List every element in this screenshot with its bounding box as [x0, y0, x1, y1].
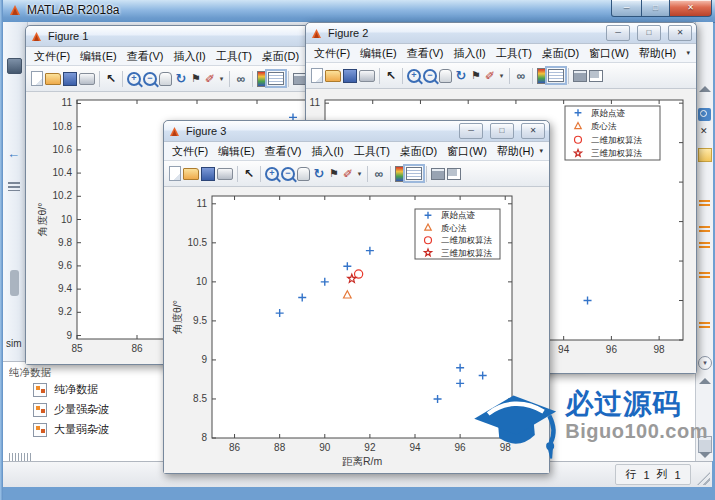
- menu-item[interactable]: 编辑(E): [213, 144, 260, 159]
- save-figure-icon[interactable]: [63, 72, 77, 86]
- rotate-3d-icon[interactable]: ↻: [312, 166, 326, 181]
- undock-icon[interactable]: [589, 70, 603, 82]
- print-figure-icon[interactable]: [359, 70, 375, 82]
- insert-colorbar-icon[interactable]: [257, 71, 266, 87]
- zoom-out-icon[interactable]: −: [143, 72, 157, 86]
- brush-dropdown-icon[interactable]: ▾: [356, 170, 363, 178]
- undock-icon[interactable]: [447, 168, 461, 180]
- edit-cursor-icon[interactable]: ↖: [242, 167, 256, 181]
- figure3-titlebar[interactable]: Figure 3 ─ □ ✕: [164, 121, 549, 142]
- menu-item[interactable]: 帮助(H): [634, 46, 681, 61]
- menu-item[interactable]: 窗口(W): [584, 46, 634, 61]
- pan-icon[interactable]: [297, 167, 310, 181]
- list-item[interactable]: 大量弱杂波: [33, 422, 109, 437]
- insert-legend-icon[interactable]: [268, 72, 284, 85]
- close-icon[interactable]: ✕: [700, 126, 708, 136]
- maximize-button[interactable]: □: [490, 123, 514, 139]
- zoom-in-icon[interactable]: +: [407, 69, 421, 83]
- scroll-up-icon[interactable]: [699, 378, 711, 384]
- menu-item[interactable]: 查看(V): [260, 144, 307, 159]
- link-plot-icon[interactable]: ∞: [372, 167, 386, 181]
- menu-item[interactable]: 窗口(W): [442, 144, 492, 159]
- pan-icon[interactable]: [159, 72, 172, 86]
- dock-figure-icon[interactable]: [431, 168, 445, 180]
- close-button[interactable]: ✕: [668, 25, 692, 41]
- code-warning-marker[interactable]: [699, 242, 710, 244]
- zoom-in-icon[interactable]: +: [127, 72, 141, 86]
- menu-item[interactable]: 编辑(E): [355, 46, 402, 61]
- menu-item[interactable]: 文件(F): [309, 46, 355, 61]
- scroll-up-icon[interactable]: [699, 86, 711, 92]
- list-item[interactable]: 纯净数据: [33, 382, 98, 397]
- toolstrip-icon[interactable]: [7, 58, 22, 74]
- close-button[interactable]: ✕: [669, 0, 712, 17]
- menu-item[interactable]: 文件(F): [29, 49, 75, 64]
- minimize-button[interactable]: ─: [611, 0, 642, 17]
- zoom-out-icon[interactable]: −: [281, 167, 295, 181]
- menu-item[interactable]: 帮助(H): [492, 144, 539, 159]
- open-file-icon[interactable]: [325, 70, 341, 82]
- scrollbar-thumb[interactable]: [10, 270, 19, 296]
- menu-overflow-icon[interactable]: ▾: [539, 147, 546, 155]
- menu-item[interactable]: 插入(I): [168, 49, 210, 64]
- zoom-out-icon[interactable]: −: [423, 69, 437, 83]
- link-plot-icon[interactable]: ∞: [234, 72, 248, 86]
- edit-cursor-icon[interactable]: ↖: [384, 69, 398, 83]
- figure2-titlebar[interactable]: Figure 2 ─ □ ✕: [306, 23, 696, 44]
- menu-item[interactable]: 工具(T): [491, 46, 537, 61]
- menu-item[interactable]: 桌面(D): [537, 46, 584, 61]
- code-warning-marker[interactable]: [699, 272, 710, 274]
- data-cursor-icon[interactable]: ⚑: [328, 167, 340, 180]
- bookmark-icon[interactable]: [698, 148, 712, 162]
- brush-dropdown-icon[interactable]: ▾: [218, 75, 225, 83]
- data-cursor-icon[interactable]: ⚑: [470, 69, 482, 82]
- edit-cursor-icon[interactable]: ↖: [104, 72, 118, 86]
- insert-legend-icon[interactable]: [548, 69, 564, 82]
- menu-item[interactable]: 桌面(D): [257, 49, 304, 64]
- menu-item[interactable]: 插入(I): [448, 46, 490, 61]
- menu-item[interactable]: 编辑(E): [75, 49, 122, 64]
- new-figure-icon[interactable]: [311, 68, 323, 83]
- menu-item[interactable]: 桌面(D): [395, 144, 442, 159]
- menu-item[interactable]: 查看(V): [122, 49, 169, 64]
- panel-resize-grip[interactable]: [9, 453, 31, 461]
- code-warning-marker[interactable]: [699, 226, 710, 228]
- data-cursor-icon[interactable]: ⚑: [190, 72, 202, 85]
- brush-icon[interactable]: ✐: [342, 167, 354, 181]
- maximize-button[interactable]: □: [637, 25, 661, 41]
- insert-colorbar-icon[interactable]: [395, 166, 404, 182]
- new-figure-icon[interactable]: [169, 166, 181, 181]
- menu-item[interactable]: 插入(I): [306, 144, 348, 159]
- minimize-button[interactable]: ─: [459, 123, 483, 139]
- zoom-in-icon[interactable]: +: [265, 167, 279, 181]
- menu-icon[interactable]: [8, 182, 20, 191]
- print-figure-icon[interactable]: [79, 73, 95, 85]
- brush-dropdown-icon[interactable]: ▾: [498, 72, 505, 80]
- menu-overflow-icon[interactable]: ▾: [686, 49, 693, 57]
- code-warning-marker[interactable]: [699, 322, 710, 324]
- menu-item[interactable]: 查看(V): [402, 46, 449, 61]
- search-icon[interactable]: [698, 108, 711, 121]
- brush-icon[interactable]: ✐: [204, 72, 216, 86]
- pan-icon[interactable]: [439, 69, 452, 83]
- save-figure-icon[interactable]: [201, 167, 215, 181]
- insert-legend-icon[interactable]: [406, 167, 422, 180]
- save-figure-icon[interactable]: [343, 69, 357, 83]
- menu-item[interactable]: 文件(F): [167, 144, 213, 159]
- brush-icon[interactable]: ✐: [484, 69, 496, 83]
- print-figure-icon[interactable]: [217, 168, 233, 180]
- code-warning-marker[interactable]: [699, 200, 710, 202]
- close-button[interactable]: ✕: [521, 123, 545, 139]
- list-item[interactable]: 少量强杂波: [33, 402, 109, 417]
- back-arrow-icon[interactable]: ←: [7, 146, 20, 161]
- maximize-button[interactable]: □: [642, 0, 669, 17]
- open-file-icon[interactable]: [183, 168, 199, 180]
- link-plot-icon[interactable]: ∞: [514, 69, 528, 83]
- menu-item[interactable]: 工具(T): [349, 144, 395, 159]
- minimize-button[interactable]: ─: [606, 25, 630, 41]
- rotate-3d-icon[interactable]: ↻: [174, 71, 188, 86]
- dock-figure-icon[interactable]: [573, 70, 587, 82]
- rotate-3d-icon[interactable]: ↻: [454, 68, 468, 83]
- panel-collapse-icon[interactable]: ▾: [698, 356, 712, 370]
- new-figure-icon[interactable]: [31, 71, 43, 86]
